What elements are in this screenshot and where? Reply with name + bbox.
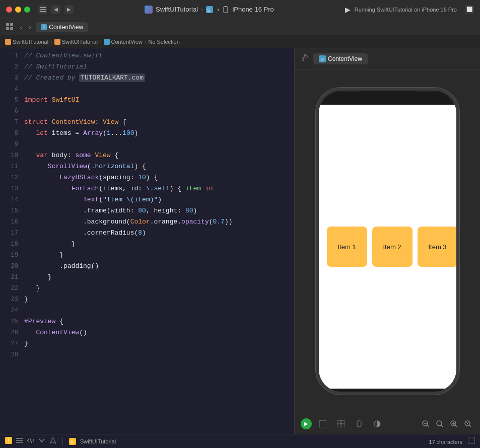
status-source-button[interactable] (27, 437, 34, 445)
line-content: LazyHStack(spacing: 10) { (24, 172, 158, 183)
token-plain: { (55, 318, 63, 325)
token-number: 100 (122, 129, 134, 137)
line-number: 6 (4, 106, 18, 117)
token-func: ScrollView (48, 163, 87, 170)
code-editor[interactable]: 1// ContentView.swift2// SwiftTutorial3/… (0, 48, 295, 434)
items-row: Item 1 Item 2 Item 3 Item 4 It (319, 221, 456, 272)
status-app-name: SwiftUITutorial (80, 438, 116, 444)
line-content: } (24, 272, 52, 283)
token-plain: } (24, 340, 28, 347)
line-number: 10 (4, 150, 18, 161)
svg-line-25 (441, 425, 443, 427)
device-frame-button[interactable] (352, 417, 366, 431)
status-bar-right: 17 characters (429, 437, 475, 445)
code-line: 19 } (0, 250, 294, 261)
tab-label: ContentView (49, 24, 83, 31)
window-controls (6, 7, 30, 13)
token-comment: // ContentView.swift (24, 52, 103, 59)
token-keyword: var (36, 152, 47, 159)
breadcrumb-item-2[interactable]: SwiftUITutorial (54, 39, 98, 45)
token-plain: ... (111, 129, 122, 137)
line-content: // ContentView.swift (24, 50, 103, 61)
line-content: .cornerRadius(8) (24, 228, 146, 239)
line-content: } (24, 239, 75, 250)
back-button[interactable]: ◀ (51, 5, 60, 14)
active-tab[interactable]: S ContentView (36, 22, 88, 32)
status-nav-button[interactable] (38, 437, 45, 445)
code-line: 21 } (0, 272, 294, 283)
zoom-out-button[interactable] (420, 418, 432, 430)
token-keyword: in (201, 185, 213, 192)
preview-tab-label: ContentView (328, 55, 362, 62)
code-line: 25#Preview { (0, 316, 294, 327)
zoom-fit-button[interactable] (462, 418, 474, 430)
grid-view-button[interactable] (4, 22, 15, 32)
token-type: Color (130, 218, 150, 226)
code-line: 3// Created by TUTORIALKART.com (0, 72, 294, 84)
run-button[interactable]: ▶ (345, 6, 351, 14)
xcode-icon (145, 6, 153, 14)
zoom-controls (420, 418, 474, 430)
line-number: 13 (4, 183, 18, 194)
line-number: 3 (4, 72, 18, 84)
line-content: Text("Item \(item)") (24, 194, 162, 205)
token-number: 80 (185, 207, 193, 214)
color-scheme-button[interactable] (370, 417, 384, 431)
separator: › (201, 6, 203, 13)
token-param: item (185, 185, 201, 192)
line-number: 1 (4, 50, 18, 61)
nav-back-button[interactable]: ‹ (18, 23, 24, 31)
line-number: 14 (4, 194, 18, 205)
forward-button[interactable]: ▶ (64, 5, 74, 14)
status-bottom-icons: ! (5, 437, 56, 445)
code-line: 5import SwiftUI (0, 95, 294, 106)
sidebar-toggle-button[interactable] (38, 5, 47, 14)
token-number: 10 (138, 174, 146, 181)
close-button[interactable] (6, 7, 12, 13)
run-status-text: Running SwiftUITutorial on iPhone 16 Pro (355, 7, 457, 13)
device-name-label: iPhone 16 Pro (232, 6, 273, 13)
maximize-button[interactable]: ⬜ (465, 5, 474, 14)
svg-rect-9 (6, 27, 9, 30)
token-string: \.self (146, 185, 170, 192)
minimize-button[interactable] (15, 7, 21, 13)
pin-button[interactable] (301, 54, 309, 63)
scroll-view-area[interactable]: Item 1 Item 2 Item 3 Item 4 It (319, 199, 456, 294)
token-number: 80 (138, 207, 146, 214)
zoom-in-button[interactable] (448, 418, 460, 430)
code-line: 9 (0, 139, 294, 150)
grid-overlay-button[interactable] (334, 417, 348, 431)
status-bar: ! X SwiftUITutorial 17 characters (0, 434, 480, 448)
breadcrumb-icon-3 (104, 39, 110, 45)
preview-header: ContentView (295, 48, 480, 69)
iphone-mockup: Item 1 Item 2 Item 3 Item 4 It (316, 88, 459, 395)
record-button[interactable] (316, 417, 330, 431)
token-number: 0.7 (213, 218, 225, 226)
title-bar-left-controls: ◀ ▶ (38, 5, 74, 14)
line-number: 23 (4, 294, 18, 305)
code-line: 2// SwiftTutorial (0, 61, 294, 72)
status-warning-button[interactable]: ! (5, 437, 12, 445)
preview-content-area: Item 1 Item 2 Item 3 Item 4 It (295, 69, 480, 413)
title-bar-center: SwiftUITutorial › S › iPhone 16 Pro (78, 6, 341, 14)
nav-forward-button[interactable]: › (27, 23, 33, 31)
line-content: } (24, 250, 63, 261)
token-func: ContentView (36, 329, 79, 336)
preview-content-view-tab[interactable]: ContentView (313, 53, 368, 64)
code-line: 23} (0, 294, 294, 305)
status-location-button[interactable] (49, 437, 56, 445)
breadcrumb-item-1[interactable]: SwiftUITutorial (5, 39, 48, 45)
breadcrumb-separator-2: › (100, 39, 102, 45)
zoom-reset-button[interactable] (434, 418, 446, 430)
preview-panel: ContentView Item 1 Item 2 Item 3 Item 4 … (295, 48, 480, 434)
token-type: View (103, 118, 118, 126)
run-preview-button[interactable]: ▶ (301, 418, 312, 429)
status-lines-button[interactable] (16, 437, 23, 445)
list-item: Item 2 (372, 227, 413, 267)
fullscreen-button[interactable] (24, 7, 30, 13)
breadcrumb-item-3[interactable]: ContentView (104, 39, 143, 45)
line-number: 19 (4, 250, 18, 261)
status-app-icon: X (69, 438, 76, 445)
status-hide-button[interactable] (468, 437, 475, 445)
tab-file-icon: S (41, 24, 47, 30)
